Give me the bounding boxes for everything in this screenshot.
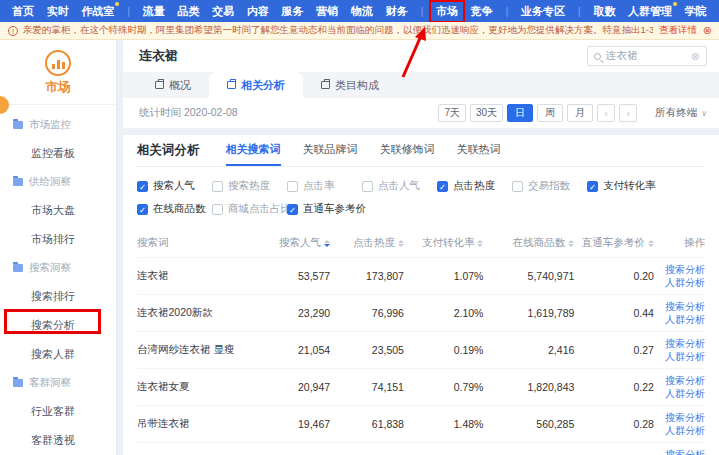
metric-cell: 0.20 <box>574 258 654 295</box>
sidebar-item[interactable]: 市场大盘 <box>0 196 116 225</box>
nav-item-4[interactable]: 流量 <box>143 4 165 19</box>
nav-item-9[interactable]: 营销 <box>316 4 338 19</box>
nav-item-17[interactable]: 学院 <box>685 4 707 19</box>
page-title: 连衣裙 <box>139 47 178 65</box>
sidebar-item[interactable]: 搜索人群 <box>0 340 116 369</box>
action-link[interactable]: 搜索分析 <box>654 374 705 387</box>
period-button[interactable]: 周 <box>537 104 563 122</box>
market-chart-icon <box>45 50 71 76</box>
sort-up-icon <box>568 240 574 243</box>
notice-details-link[interactable]: 查看详情 <box>659 24 697 37</box>
sidebar-item[interactable]: 搜索排行 <box>0 282 116 311</box>
nav-item-16[interactable]: 人群管理 <box>628 4 672 19</box>
related-words-card: 相关词分析 相关搜索词关联品牌词关联修饰词关联热词 ✓搜索人气搜索热度点击率点击… <box>123 135 719 455</box>
metric-label: 搜索人气 <box>153 179 195 193</box>
sidebar-group-label: 市场监控 <box>29 118 71 132</box>
next-page-button[interactable]: › <box>619 104 637 122</box>
column-header[interactable]: 直通车参考价 <box>574 229 654 258</box>
metric-label: 交易指数 <box>528 179 570 193</box>
metric-checkbox[interactable]: 交易指数 <box>512 179 587 193</box>
sidebar-item[interactable]: 市场排行 <box>0 225 116 254</box>
sidebar-logo: 市场 <box>0 40 116 105</box>
folder-icon <box>13 264 23 272</box>
nav-item-2[interactable]: 实时 <box>47 4 69 19</box>
tab-相关分析[interactable]: 相关分析 <box>209 72 303 98</box>
clear-search-icon[interactable]: ⊗ <box>691 50 700 63</box>
metric-cell: 53,577 <box>256 258 330 295</box>
nav-item-6[interactable]: 交易 <box>212 4 234 19</box>
column-header: 操作 <box>654 229 705 258</box>
range-button[interactable]: 7天 <box>438 104 466 122</box>
terminal-dropdown[interactable]: 所有终端∨ <box>655 106 707 120</box>
nav-item-1[interactable]: 首页 <box>12 4 34 19</box>
nav-item-5[interactable]: 品类 <box>177 4 199 19</box>
action-link[interactable]: 搜索分析 <box>654 300 705 313</box>
nav-item-3[interactable]: 作战室 <box>81 4 114 19</box>
nav-item-10[interactable]: 物流 <box>351 4 373 19</box>
metric-checkbox[interactable]: ✓直通车参考价 <box>287 202 362 216</box>
nav-item-8[interactable]: 服务 <box>282 4 304 19</box>
nav-item-13[interactable]: 竞争 <box>471 4 493 19</box>
keyword-search-input[interactable]: 连衣裙 ⊗ <box>587 46 707 66</box>
action-link[interactable]: 搜索分析 <box>654 263 705 276</box>
metric-cell: 23,505 <box>330 332 404 369</box>
metric-checkbox[interactable]: ✓支付转化率 <box>587 179 662 193</box>
nav-item-14[interactable]: 业务专区 <box>521 4 565 19</box>
sort-carets-icon <box>477 240 483 247</box>
sidebar-item[interactable]: 搜索分析 <box>0 311 116 340</box>
column-header[interactable]: 点击热度 <box>330 229 404 258</box>
sidebar-group-header[interactable]: 客群洞察 <box>0 369 116 397</box>
word-tab[interactable]: 相关搜索词 <box>226 135 281 166</box>
column-header[interactable]: 支付转化率 <box>404 229 484 258</box>
word-tab[interactable]: 关联品牌词 <box>303 135 358 166</box>
tab-概况[interactable]: 概况 <box>137 72 209 98</box>
action-link[interactable]: 人群分析 <box>654 387 705 400</box>
nav-item-7[interactable]: 内容 <box>247 4 269 19</box>
action-link[interactable]: 搜索分析 <box>654 448 705 455</box>
sidebar-item[interactable]: 监控看板 <box>0 139 116 168</box>
tab-类目构成[interactable]: 类目构成 <box>303 72 397 98</box>
action-link[interactable]: 人群分析 <box>654 276 705 289</box>
sidebar-group-header[interactable]: 市场监控 <box>0 111 116 139</box>
main-content: 连衣裙 连衣裙 ⊗ 概况相关分析类目构成 统计时间 2020-02-08 7天3… <box>117 40 719 455</box>
metric-checkbox[interactable]: 点击率 <box>287 179 362 193</box>
notice-close-icon[interactable]: ⊗ <box>703 24 712 37</box>
metric-checkbox[interactable]: ✓搜索人气 <box>137 179 212 193</box>
metric-cell: 0.22 <box>574 369 654 406</box>
sidebar-group-header[interactable]: 搜索洞察 <box>0 254 116 282</box>
action-link[interactable]: 搜索分析 <box>654 411 705 424</box>
sidebar-menu: 市场监控监控看板供给洞察市场大盘市场排行搜索洞察搜索排行搜索分析搜索人群客群洞察… <box>0 105 116 455</box>
sidebar-item[interactable]: 行业客群 <box>0 397 116 426</box>
action-link[interactable]: 搜索分析 <box>654 337 705 350</box>
period-button[interactable]: 日 <box>507 104 533 122</box>
actions-cell: 搜索分析人群分析 <box>654 295 705 332</box>
prev-page-button[interactable]: ‹ <box>597 104 615 122</box>
nav-item-15[interactable]: 取数 <box>593 4 615 19</box>
period-button[interactable]: 月 <box>567 104 593 122</box>
metric-checkbox[interactable]: ✓点击热度 <box>437 179 512 193</box>
nav-item-11[interactable]: 财务 <box>386 4 408 19</box>
metric-cell: 0.27 <box>574 332 654 369</box>
nav-item-12[interactable]: 市场 <box>436 4 458 19</box>
word-tab[interactable]: 关联修饰词 <box>380 135 435 166</box>
filter-row: ✓搜索人气搜索热度点击率点击人气✓点击热度交易指数✓支付转化率 <box>137 179 705 193</box>
action-link[interactable]: 人群分析 <box>654 350 705 363</box>
metric-checkbox[interactable]: 商城点击占比 <box>212 202 287 216</box>
metric-checkbox[interactable]: 点击人气 <box>362 179 437 193</box>
actions-cell: 搜索分析人群分析 <box>654 258 705 295</box>
checkbox-icon: ✓ <box>137 181 148 192</box>
metric-checkbox[interactable]: 搜索热度 <box>212 179 287 193</box>
range-button[interactable]: 30天 <box>470 104 503 122</box>
sidebar-item[interactable]: 客群透视 <box>0 426 116 455</box>
metric-cell: 76,996 <box>330 295 404 332</box>
time-range-controls: 7天30天日周月‹›所有终端∨ <box>438 104 707 122</box>
sidebar-group-header[interactable]: 供给洞察 <box>0 168 116 196</box>
action-link[interactable]: 人群分析 <box>654 313 705 326</box>
word-tab[interactable]: 关联热词 <box>457 135 501 166</box>
metric-cell: 21,054 <box>256 332 330 369</box>
metric-checkbox[interactable]: ✓在线商品数 <box>137 202 212 216</box>
column-header[interactable]: 搜索人气 <box>256 229 330 258</box>
action-link[interactable]: 人群分析 <box>654 424 705 437</box>
column-header[interactable]: 在线商品数 <box>483 229 574 258</box>
metric-label: 商城点击占比 <box>228 202 291 216</box>
